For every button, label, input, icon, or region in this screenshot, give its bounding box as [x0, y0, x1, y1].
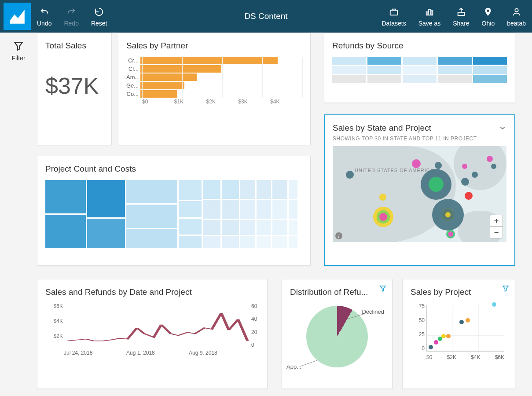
- left-sidebar: Filter: [0, 33, 37, 62]
- svg-rect-2: [426, 12, 428, 15]
- user-label: beatab: [507, 20, 526, 27]
- combo-y2-axis: 60 40 20 0: [251, 303, 259, 348]
- svg-line-7: [347, 314, 365, 319]
- redo-label: Redo: [64, 20, 78, 27]
- undo-icon: [40, 6, 49, 18]
- card-project-costs[interactable]: Project Count and Costs: [37, 156, 311, 266]
- card-sales-by-project[interactable]: Sales by Project 75 50 25 0 $0 $2K: [402, 279, 515, 389]
- dist-refunds-title: Distribution of Refu...: [290, 287, 384, 297]
- sales-project-title: Sales by Project: [411, 287, 507, 297]
- card-refunds-source[interactable]: Refunds by Source: [324, 33, 515, 103]
- redo-icon: [66, 6, 76, 18]
- map-zoom-control: + −: [490, 215, 503, 238]
- svg-point-6: [515, 9, 518, 12]
- saveas-label: Save as: [418, 20, 441, 27]
- total-sales-value: $37K: [45, 73, 103, 99]
- pie-label-approved: App...: [286, 363, 301, 370]
- undo-button[interactable]: Undo: [31, 0, 58, 33]
- app-logo: [4, 3, 31, 30]
- map-subtitle: SHOWING TOP 30 IN STATE AND TOP 11 IN PR…: [333, 136, 506, 142]
- svg-rect-3: [429, 10, 430, 15]
- location-label: Ohio: [482, 20, 495, 27]
- filter-label: Filter: [11, 55, 25, 62]
- total-sales-title: Total Sales: [45, 41, 103, 51]
- user-button[interactable]: beatab: [501, 0, 532, 33]
- app-header: Undo Redo Reset DS Content Datasets Save…: [0, 0, 532, 33]
- zoom-in-button[interactable]: +: [490, 215, 503, 227]
- undo-label: Undo: [37, 20, 51, 27]
- combo-x-axis: Jul 24, 2018 Aug 1, 2018 Aug 9, 2018: [64, 350, 251, 356]
- datasets-button[interactable]: Datasets: [375, 0, 412, 33]
- share-icon: [456, 6, 466, 18]
- pin-icon: [483, 6, 493, 18]
- sales-refunds-date-title: Sales and Refunds by Date and Project: [45, 287, 259, 297]
- map-title: Sales by State and Project: [333, 123, 431, 133]
- pie-label-declined: Declined: [362, 308, 384, 315]
- card-sales-refunds-date[interactable]: Sales and Refunds by Date and Project $6…: [37, 279, 268, 389]
- chart-icon: [425, 6, 434, 18]
- zoom-out-button[interactable]: −: [490, 227, 503, 238]
- filter-button[interactable]: Filter: [0, 40, 37, 62]
- combo-line: [64, 303, 251, 348]
- user-icon: [512, 6, 521, 18]
- scatter-chart: 75 50 25 0 $0 $2K $4K $6K: [411, 303, 507, 360]
- card-dist-refunds[interactable]: Distribution of Refu... Declined App...: [282, 279, 393, 389]
- refunds-heatmap: [332, 57, 507, 83]
- reset-icon: [94, 6, 104, 18]
- project-costs-title: Project Count and Costs: [45, 164, 302, 174]
- share-button[interactable]: Share: [447, 0, 475, 33]
- filter-icon: [13, 40, 24, 52]
- sales-partner-title: Sales by Partner: [126, 41, 302, 51]
- reset-button[interactable]: Reset: [85, 0, 114, 33]
- svg-rect-1: [390, 10, 398, 15]
- card-total-sales[interactable]: Total Sales $37K: [37, 33, 112, 145]
- page-title: DS Content: [244, 11, 287, 21]
- info-icon[interactable]: i: [335, 232, 342, 239]
- map-canvas[interactable]: UNITED STATES OF AMERICA i + −: [333, 146, 506, 242]
- redo-button[interactable]: Redo: [58, 0, 84, 33]
- refunds-source-title: Refunds by Source: [332, 41, 507, 51]
- card-sales-by-state[interactable]: Sales by State and Project SHOWING TOP 3…: [324, 114, 515, 266]
- datasets-label: Datasets: [382, 20, 406, 27]
- location-button[interactable]: Ohio: [476, 0, 501, 33]
- combo-y-axis: $6K $4K $2K: [45, 303, 63, 348]
- dashboard-content: Total Sales $37K Sales by Partner Cr... …: [37, 33, 532, 396]
- svg-rect-4: [431, 11, 433, 15]
- filter-icon[interactable]: [502, 285, 510, 293]
- treemap: [45, 180, 302, 248]
- reset-label: Reset: [91, 20, 107, 27]
- partner-x-axis: $0$1K$2K$3K$4K: [142, 99, 302, 105]
- svg-line-8: [300, 360, 317, 367]
- combo-chart: $6K $4K $2K 60 40 20 0 Jul 24, 2018 Aug …: [45, 303, 259, 356]
- share-label: Share: [453, 20, 469, 27]
- filter-icon[interactable]: [379, 285, 387, 293]
- saveas-button[interactable]: Save as: [412, 0, 447, 33]
- chevron-down-icon[interactable]: [499, 124, 506, 132]
- card-sales-partner[interactable]: Sales by Partner Cr... Cl... Am... Ge...…: [118, 33, 311, 145]
- map-country-label: UNITED STATES OF AMERICA: [355, 167, 434, 173]
- briefcase-icon: [389, 6, 399, 18]
